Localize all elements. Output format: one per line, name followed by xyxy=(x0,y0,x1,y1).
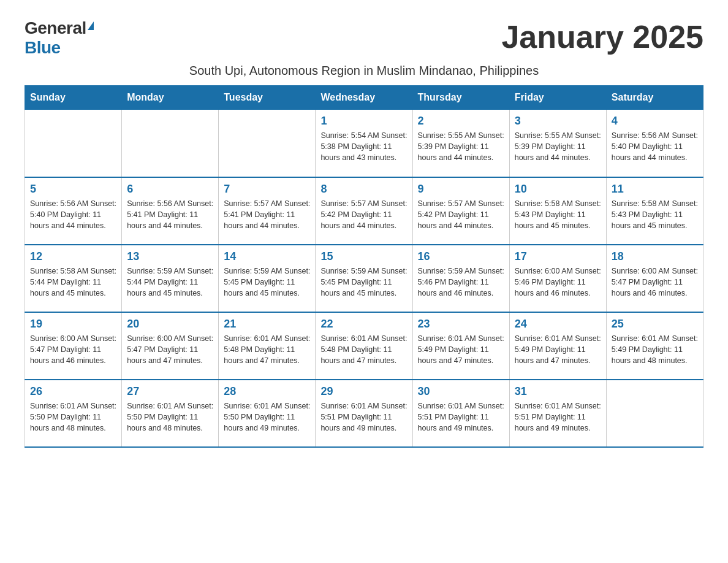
day-info: Sunrise: 5:56 AM Sunset: 5:40 PM Dayligh… xyxy=(30,198,116,231)
subtitle: South Upi, Autonomous Region in Muslim M… xyxy=(25,64,703,78)
day-number: 6 xyxy=(127,183,213,196)
day-info: Sunrise: 5:59 AM Sunset: 5:45 PM Dayligh… xyxy=(224,266,310,299)
day-info: Sunrise: 6:00 AM Sunset: 5:47 PM Dayligh… xyxy=(127,333,213,366)
day-info: Sunrise: 5:59 AM Sunset: 5:46 PM Dayligh… xyxy=(418,266,504,299)
day-info: Sunrise: 5:59 AM Sunset: 5:45 PM Dayligh… xyxy=(320,266,407,299)
day-info: Sunrise: 6:00 AM Sunset: 5:47 PM Dayligh… xyxy=(30,333,116,366)
header-day-sunday: Sunday xyxy=(25,86,122,110)
day-info: Sunrise: 5:57 AM Sunset: 5:41 PM Dayligh… xyxy=(224,198,310,231)
day-info: Sunrise: 5:55 AM Sunset: 5:39 PM Dayligh… xyxy=(418,130,504,163)
calendar-header: SundayMondayTuesdayWednesdayThursdayFrid… xyxy=(25,86,703,110)
calendar-cell: 15Sunrise: 5:59 AM Sunset: 5:45 PM Dayli… xyxy=(316,245,412,312)
day-info: Sunrise: 6:01 AM Sunset: 5:49 PM Dayligh… xyxy=(418,333,504,366)
day-info: Sunrise: 5:57 AM Sunset: 5:42 PM Dayligh… xyxy=(320,198,407,231)
logo-general: General xyxy=(25,18,86,38)
calendar-cell xyxy=(606,380,703,447)
calendar-cell xyxy=(219,110,316,177)
calendar-cell: 30Sunrise: 6:01 AM Sunset: 5:51 PM Dayli… xyxy=(412,380,509,447)
calendar-cell xyxy=(25,110,122,177)
calendar-cell: 10Sunrise: 5:58 AM Sunset: 5:43 PM Dayli… xyxy=(509,177,606,245)
day-info: Sunrise: 6:01 AM Sunset: 5:49 PM Dayligh… xyxy=(515,333,601,366)
day-number: 1 xyxy=(320,115,407,128)
week-row-1: 1Sunrise: 5:54 AM Sunset: 5:38 PM Daylig… xyxy=(25,110,703,177)
day-number: 23 xyxy=(418,318,504,331)
day-number: 30 xyxy=(418,385,504,398)
week-row-3: 12Sunrise: 5:58 AM Sunset: 5:44 PM Dayli… xyxy=(25,245,703,312)
header-day-saturday: Saturday xyxy=(606,86,703,110)
day-number: 12 xyxy=(30,250,116,263)
calendar-cell xyxy=(122,110,219,177)
day-info: Sunrise: 6:01 AM Sunset: 5:51 PM Dayligh… xyxy=(515,400,601,434)
calendar-cell: 26Sunrise: 6:01 AM Sunset: 5:50 PM Dayli… xyxy=(25,380,122,447)
calendar-table: SundayMondayTuesdayWednesdayThursdayFrid… xyxy=(25,85,703,448)
week-row-5: 26Sunrise: 6:01 AM Sunset: 5:50 PM Dayli… xyxy=(25,380,703,447)
calendar-cell: 6Sunrise: 5:56 AM Sunset: 5:41 PM Daylig… xyxy=(122,177,219,245)
day-info: Sunrise: 6:01 AM Sunset: 5:50 PM Dayligh… xyxy=(224,400,310,434)
week-row-4: 19Sunrise: 6:00 AM Sunset: 5:47 PM Dayli… xyxy=(25,312,703,380)
calendar-cell: 25Sunrise: 6:01 AM Sunset: 5:49 PM Dayli… xyxy=(606,312,703,380)
day-number: 4 xyxy=(612,115,698,128)
calendar-cell: 20Sunrise: 6:00 AM Sunset: 5:47 PM Dayli… xyxy=(122,312,219,380)
calendar-cell: 8Sunrise: 5:57 AM Sunset: 5:42 PM Daylig… xyxy=(316,177,412,245)
calendar-cell: 31Sunrise: 6:01 AM Sunset: 5:51 PM Dayli… xyxy=(509,380,606,447)
logo-triangle-icon xyxy=(88,21,94,30)
day-info: Sunrise: 6:01 AM Sunset: 5:50 PM Dayligh… xyxy=(127,400,213,434)
header-day-wednesday: Wednesday xyxy=(316,86,412,110)
day-info: Sunrise: 5:54 AM Sunset: 5:38 PM Dayligh… xyxy=(320,130,407,163)
calendar-cell: 24Sunrise: 6:01 AM Sunset: 5:49 PM Dayli… xyxy=(509,312,606,380)
calendar-cell: 14Sunrise: 5:59 AM Sunset: 5:45 PM Dayli… xyxy=(219,245,316,312)
day-number: 25 xyxy=(612,318,698,331)
day-number: 3 xyxy=(515,115,601,128)
day-number: 19 xyxy=(30,318,116,331)
day-number: 8 xyxy=(320,183,407,196)
day-number: 11 xyxy=(612,183,698,196)
day-info: Sunrise: 6:01 AM Sunset: 5:50 PM Dayligh… xyxy=(30,400,116,434)
day-number: 10 xyxy=(515,183,601,196)
day-number: 13 xyxy=(127,250,213,263)
day-info: Sunrise: 6:00 AM Sunset: 5:47 PM Dayligh… xyxy=(612,266,698,299)
day-info: Sunrise: 6:01 AM Sunset: 5:48 PM Dayligh… xyxy=(320,333,407,366)
calendar-cell: 2Sunrise: 5:55 AM Sunset: 5:39 PM Daylig… xyxy=(412,110,509,177)
day-info: Sunrise: 5:58 AM Sunset: 5:44 PM Dayligh… xyxy=(30,266,116,299)
day-number: 9 xyxy=(418,183,504,196)
day-number: 17 xyxy=(515,250,601,263)
day-number: 14 xyxy=(224,250,310,263)
calendar-cell: 9Sunrise: 5:57 AM Sunset: 5:42 PM Daylig… xyxy=(412,177,509,245)
day-number: 31 xyxy=(515,385,601,398)
day-info: Sunrise: 6:01 AM Sunset: 5:51 PM Dayligh… xyxy=(418,400,504,434)
day-number: 29 xyxy=(320,385,407,398)
calendar-body: 1Sunrise: 5:54 AM Sunset: 5:38 PM Daylig… xyxy=(25,110,703,447)
day-info: Sunrise: 5:55 AM Sunset: 5:39 PM Dayligh… xyxy=(515,130,601,163)
calendar-cell: 13Sunrise: 5:59 AM Sunset: 5:44 PM Dayli… xyxy=(122,245,219,312)
calendar-cell: 17Sunrise: 6:00 AM Sunset: 5:46 PM Dayli… xyxy=(509,245,606,312)
day-number: 15 xyxy=(320,250,407,263)
header-day-monday: Monday xyxy=(122,86,219,110)
day-info: Sunrise: 5:58 AM Sunset: 5:43 PM Dayligh… xyxy=(515,198,601,231)
day-info: Sunrise: 5:58 AM Sunset: 5:43 PM Dayligh… xyxy=(612,198,698,231)
day-info: Sunrise: 6:01 AM Sunset: 5:51 PM Dayligh… xyxy=(320,400,407,434)
calendar-cell: 18Sunrise: 6:00 AM Sunset: 5:47 PM Dayli… xyxy=(606,245,703,312)
calendar-cell: 1Sunrise: 5:54 AM Sunset: 5:38 PM Daylig… xyxy=(316,110,412,177)
header-row: SundayMondayTuesdayWednesdayThursdayFrid… xyxy=(25,86,703,110)
day-number: 24 xyxy=(515,318,601,331)
day-number: 20 xyxy=(127,318,213,331)
day-number: 2 xyxy=(418,115,504,128)
day-info: Sunrise: 5:56 AM Sunset: 5:40 PM Dayligh… xyxy=(612,130,698,163)
day-info: Sunrise: 6:01 AM Sunset: 5:49 PM Dayligh… xyxy=(612,333,698,366)
day-info: Sunrise: 6:01 AM Sunset: 5:48 PM Dayligh… xyxy=(224,333,310,366)
day-number: 28 xyxy=(224,385,310,398)
day-info: Sunrise: 5:57 AM Sunset: 5:42 PM Dayligh… xyxy=(418,198,504,231)
day-info: Sunrise: 6:00 AM Sunset: 5:46 PM Dayligh… xyxy=(515,266,601,299)
calendar-cell: 11Sunrise: 5:58 AM Sunset: 5:43 PM Dayli… xyxy=(606,177,703,245)
calendar-cell: 21Sunrise: 6:01 AM Sunset: 5:48 PM Dayli… xyxy=(219,312,316,380)
calendar-cell: 29Sunrise: 6:01 AM Sunset: 5:51 PM Dayli… xyxy=(316,380,412,447)
day-number: 21 xyxy=(224,318,310,331)
calendar-cell: 5Sunrise: 5:56 AM Sunset: 5:40 PM Daylig… xyxy=(25,177,122,245)
calendar-cell: 3Sunrise: 5:55 AM Sunset: 5:39 PM Daylig… xyxy=(509,110,606,177)
header-day-thursday: Thursday xyxy=(412,86,509,110)
day-number: 16 xyxy=(418,250,504,263)
day-number: 18 xyxy=(612,250,698,263)
logo-blue: Blue xyxy=(25,38,61,58)
logo: General Blue xyxy=(25,18,94,58)
day-number: 5 xyxy=(30,183,116,196)
